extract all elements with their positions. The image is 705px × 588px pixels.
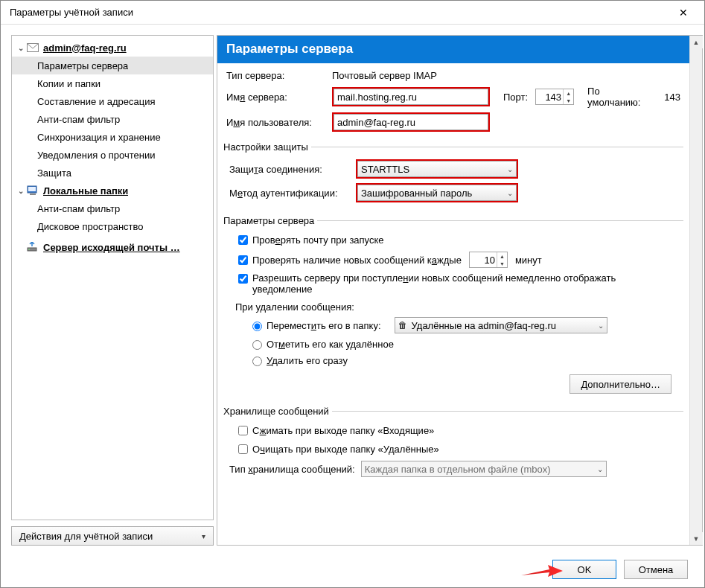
username-input[interactable] [334,114,488,130]
tree-account-root[interactable]: ⌄ admin@faq-reg.ru [12,39,213,57]
trash-icon: 🗑 [398,320,407,330]
security-group: Настройки защиты Защит​а соединения: STA… [223,141,683,208]
twisty-icon: ⌄ [16,187,25,195]
security-group-label: Настройки защиты [223,141,311,153]
svg-rect-2 [28,187,36,191]
account-actions-button[interactable]: Действия для учётной записи ▾ [11,526,214,546]
dialog-footer: OK Отмена [1,552,704,587]
twisty-icon: ⌄ [16,44,25,52]
svg-rect-3 [30,194,36,195]
tree-local-root[interactable]: ⌄ Локальные папки [12,182,213,199]
dropdown-icon: ▾ [202,532,205,540]
port-label: Порт: [503,92,528,103]
sidebar-item-security[interactable]: Защита [12,164,213,182]
sidebar-item-sync[interactable]: Синхронизация и хранение [12,128,213,146]
sidebar-item-copies[interactable]: Копии и папки [12,74,213,92]
port-spin-down[interactable]: ▼ [564,97,573,104]
check-interval-label: Проверять наличие новых сообщений каждые [252,255,462,266]
delete-move-label: Переместить его в папку: [267,320,381,331]
compact-on-exit[interactable] [238,426,248,435]
auth-method-label: Метод аутентификации: [229,188,356,199]
account-settings-window: Параметры учётной записи ✕ ⌄ admin@faq-r… [0,0,705,588]
server-type-label: Тип сервера: [226,70,332,81]
titlebar: Параметры учётной записи ✕ [1,1,704,25]
sidebar-item-server-params[interactable]: Параметры сервера [12,57,213,74]
delete-move-target-select[interactable]: 🗑 Удалённые на admin@faq-reg.ru ⌄ [395,317,607,333]
chevron-down-icon: ⌄ [507,189,513,197]
server-name-input[interactable] [334,89,488,105]
window-title: Параметры учётной записи [7,7,669,18]
storage-group-label: Хранилище сообщений [223,406,332,417]
default-port-value: 143 [664,92,680,103]
empty-trash-on-exit-label: Очищать при выходе папку «Удалённые» [252,444,439,455]
account-actions-label: Действия для учётной записи [19,531,153,542]
instant-notify[interactable] [238,274,248,284]
close-icon: ✕ [679,7,688,19]
store-type-label: Тип хранилища сообщений: [229,464,355,475]
mail-account-icon [27,42,39,54]
port-spin-up[interactable]: ▲ [564,89,573,97]
check-interval-input[interactable] [470,252,497,267]
cancel-button[interactable]: Отмена [624,560,688,579]
content-scrollbar[interactable]: ▲ ▼ [689,36,702,545]
check-mail-startup-label: Проверять почту при запуске [252,234,384,246]
instant-notify-label: Разрешить серверу при поступлении новых … [252,272,639,295]
delete-mark-radio[interactable] [252,340,262,350]
svg-point-5 [28,249,30,250]
content-pane: Параметры сервера Тип сервера: Почтовый … [217,36,689,545]
delete-now-radio[interactable] [252,357,262,366]
computer-icon [27,185,39,196]
auth-method-select[interactable]: Зашифрованный пароль ⌄ [357,185,517,201]
tree-account-label: admin@faq-reg.ru [43,42,127,54]
username-label: Имя пользователя: [226,117,332,128]
delete-move-radio[interactable] [252,322,262,331]
tree-outgoing-root[interactable]: Сервер исходящей почты … [12,238,213,256]
compact-on-exit-label: Сжимать при выходе папку «Входящие» [252,425,434,436]
connection-security-select[interactable]: STARTTLS ⌄ [357,161,517,177]
scroll-down-icon[interactable]: ▼ [690,532,703,545]
chevron-down-icon: ⌄ [598,322,604,330]
port-input[interactable] [536,89,563,104]
advanced-button[interactable]: Дополнительно… [570,374,671,394]
delete-now-label: Удалить его сразу [267,355,348,366]
chevron-down-icon: ⌄ [597,465,603,473]
tree-outgoing-label: Сервер исходящей почты … [43,242,180,253]
server-name-label: Имя сервера: [226,92,332,103]
outgoing-server-icon [27,241,39,253]
sidebar-item-local-antispam[interactable]: Анти-спам фильтр [12,199,213,217]
check-interval-suffix: минут [515,255,542,266]
on-delete-label: При удалении сообщения: [235,301,354,313]
check-interval[interactable] [238,255,248,265]
delete-mark-label: Отметить его как удалённое [267,339,394,350]
page-title: Параметры сервера [217,36,689,63]
empty-trash-on-exit[interactable] [238,444,248,454]
interval-spin-up[interactable]: ▲ [497,252,507,260]
close-button[interactable]: ✕ [669,1,698,25]
account-tree[interactable]: ⌄ admin@faq-reg.ru Параметры сервера Коп… [11,35,214,520]
check-mail-startup[interactable] [238,235,248,245]
interval-spin-down[interactable]: ▼ [497,260,507,267]
storage-group: Хранилище сообщений Сжимать при выходе п… [223,406,683,482]
server-type-value: Почтовый сервер IMAP [332,70,437,81]
default-port-label: По умолчанию: [587,86,654,108]
connection-security-label: Защит​а соединения: [229,164,356,175]
sidebar-item-composition[interactable]: Составление и адресация [12,92,213,110]
store-type-select: Каждая папка в отдельном файле (mbox) ⌄ [361,461,607,477]
tree-local-label: Локальные папки [43,185,128,196]
sidebar-item-receipts[interactable]: Уведомления о прочтении [12,146,213,164]
scroll-up-icon[interactable]: ▲ [690,36,703,48]
server-options-group: Параметры сервера Проверять почту при за… [223,215,683,398]
sidebar: ⌄ admin@faq-reg.ru Параметры сервера Коп… [11,35,214,546]
ok-button[interactable]: OK [552,560,616,579]
sidebar-item-antispam[interactable]: Анти-спам фильтр [12,110,213,128]
sidebar-item-disk-space[interactable]: Дисковое пространство [12,217,213,235]
server-options-label: Параметры сервера [223,215,317,226]
chevron-down-icon: ⌄ [507,165,513,173]
